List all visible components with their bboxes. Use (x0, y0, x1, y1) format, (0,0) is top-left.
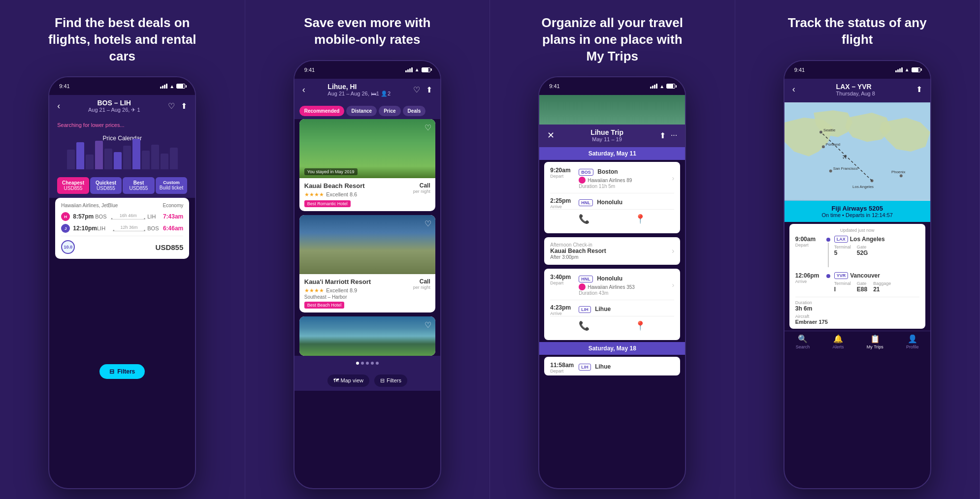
tab-price[interactable]: Price (379, 106, 400, 116)
call-icon-2[interactable]: 📞 (579, 320, 589, 331)
terminal-value: 5 (834, 250, 851, 256)
flight-card-1[interactable]: Hawaiian Airlines, JetBlue Economy H 8:5… (55, 198, 189, 259)
hotel-heart-2[interactable]: ♡ (425, 219, 431, 228)
nav-my-trips[interactable]: 📋 My Trips (867, 334, 883, 349)
hotel-checkin-card[interactable]: Afternoon Check-in Kauai Beach Resort Af… (544, 237, 680, 265)
arrive-terminal-value: I (834, 286, 851, 293)
s3-header: ✕ Lihue Trip May 11 – 19 ⬆ ··· (539, 125, 685, 147)
flight-1-depart-row: 9:20am Depart BOS Boston Hawaiian Airlin… (550, 167, 674, 189)
hotel-card-3[interactable]: ♡ (299, 316, 435, 356)
trip-flight-info-1: BOS Boston Hawaiian Airlines 89 Duration… (579, 167, 668, 189)
location-icon-1[interactable]: 📍 (635, 214, 646, 224)
cheapest-tab[interactable]: Cheapest USD855 (57, 177, 89, 194)
flight-map: Seattle Portland San Francisco Los Angel… (784, 102, 930, 201)
arrive-leg-info: YVR Vancouver Terminal I Gate E88 (834, 272, 891, 293)
hotel-2-details: Kaua'i Marriott Resort ★★★★ Excellent 8.… (304, 278, 371, 309)
panel-2-title: Save even more with mobile-only rates (289, 15, 446, 48)
more-icon-3[interactable]: ··· (671, 131, 677, 140)
depart-time-1: 8:57pm (73, 213, 95, 220)
flight-card-trip-1[interactable]: 9:20am Depart BOS Boston Hawaiian Airlin… (544, 162, 680, 233)
signal-bars-1 (160, 84, 167, 89)
share-icon-3[interactable]: ⬆ (659, 131, 666, 140)
hotel-2-info: Kaua'i Marriott Resort ★★★★ Excellent 8.… (299, 274, 435, 312)
status-bar-2: 9:41 ▲ (294, 61, 440, 79)
airline-logo-1: H (61, 212, 70, 221)
stayed-badge: You stayed in May 2019 (304, 168, 358, 175)
hotel-card-2[interactable]: ♡ Kaua'i Marriott Resort ★★★★ Excellent … (299, 215, 435, 312)
close-button-3[interactable]: ✕ (547, 130, 555, 141)
tab-recommended[interactable]: Recommended (299, 106, 345, 116)
best-price: USD855 (125, 186, 153, 191)
share-icon-1[interactable]: ⬆ (181, 101, 187, 111)
best-tab[interactable]: Best USD855 (123, 177, 155, 194)
updated-text: Updated just now (795, 228, 919, 233)
depart-time-trip-2: 3:40pm (550, 274, 575, 281)
trips-nav-label: My Trips (867, 344, 883, 349)
status-icons-4: ▲ (895, 67, 920, 72)
nav-alerts[interactable]: 🔔 Alerts (833, 334, 844, 349)
hotel-heart-3[interactable]: ♡ (425, 320, 431, 330)
bottom-area-1: ⊟ Filters (49, 263, 195, 488)
alerts-nav-icon: 🔔 (833, 334, 843, 343)
tab-deals[interactable]: Deals (403, 106, 426, 116)
arrive-city: Vancouver (850, 272, 880, 279)
hotel-card-1[interactable]: You stayed in May 2019 ♡ Kauai Beach Res… (299, 119, 435, 211)
svg-text:Seattle: Seattle (823, 127, 836, 132)
dots-indicator (356, 360, 379, 367)
hotel-2-name: Kaua'i Marriott Resort (304, 278, 371, 285)
hotel-1-name: Kauai Beach Resort (304, 182, 365, 189)
signal-bar-4 (166, 84, 167, 89)
share-icon-2[interactable]: ⬆ (426, 85, 432, 94)
hotel-2-price-block: Call per night (413, 278, 430, 290)
trips-nav-icon: 📋 (870, 334, 880, 343)
from-code-1: BOS (95, 214, 109, 219)
call-icon-1[interactable]: 📞 (579, 214, 589, 224)
chevron-1: › (672, 174, 675, 182)
flight-card-trip-2[interactable]: 3:40pm Depart HNL Honolulu Hawaiian Airl… (544, 269, 680, 340)
flight-date: Thursday, Aug 8 (836, 91, 875, 96)
quickest-tab[interactable]: Quickest USD855 (90, 177, 122, 194)
hotel-1-stars: ★★★★ (304, 191, 324, 197)
back-button-4[interactable]: ‹ (792, 84, 795, 94)
filters-label: Filters (117, 368, 135, 375)
back-button-2[interactable]: ‹ (302, 85, 305, 95)
nav-search[interactable]: 🔍 Search (796, 334, 810, 349)
arrive-gate-label: Gate (857, 281, 867, 286)
custom-tab[interactable]: Custom Build ticket (156, 177, 188, 194)
location-icon-2[interactable]: 📍 (635, 320, 646, 331)
duration-item: Duration 3h 6m (795, 300, 813, 312)
hotel-heart-1[interactable]: ♡ (425, 123, 431, 132)
depart-label-2: Depart (550, 281, 575, 285)
flight-card-trip-3[interactable]: 11:58am Depart LIH Lihue (544, 357, 680, 375)
dot-4 (371, 362, 374, 365)
depart-label-1: Depart (550, 174, 575, 179)
time-1: 9:41 (59, 83, 69, 89)
tab-distance[interactable]: Distance (346, 106, 377, 116)
svg-text:Portland: Portland (826, 142, 840, 147)
bottom-nav: 🔍 Search 🔔 Alerts 📋 My Trips 👤 Profile (784, 331, 930, 353)
profile-nav-icon: 👤 (908, 334, 917, 343)
depart-city: Los Angeles (850, 236, 885, 243)
favorite-icon-1[interactable]: ♡ (168, 101, 175, 111)
back-button-1[interactable]: ‹ (57, 101, 60, 111)
bar-chart (57, 145, 187, 169)
arrive-airport-badge: YVR (834, 272, 849, 279)
filters-button[interactable]: ⊟ Filters (99, 364, 145, 379)
flight-row-1: H 8:57pm BOS 16h 46m LIH 7:43am (61, 212, 183, 221)
signal-bar-2 (162, 86, 163, 89)
depart-label-3: Depart (550, 369, 575, 374)
nav-profile[interactable]: 👤 Profile (906, 334, 919, 349)
map-view-button[interactable]: 🗺 Map view (327, 374, 369, 387)
baggage-label: Baggage (873, 281, 891, 286)
arrive-time-block-2: 4:23pm Arrive (550, 304, 575, 316)
arrive-details: Terminal I Gate E88 Baggage 21 (834, 281, 891, 293)
signal-bar-1 (160, 87, 162, 89)
wifi-icon-4: ▲ (905, 67, 910, 72)
favorite-icon-2[interactable]: ♡ (413, 85, 420, 94)
share-icon-4[interactable]: ⬆ (916, 85, 922, 94)
phone-1: 9:41 ▲ ‹ BOS – LIH Aug 21 – Aug 26, (48, 76, 196, 489)
hotel-filters-button[interactable]: ⊟ Filters (374, 374, 407, 387)
svg-point-1 (819, 130, 822, 133)
signal-bar-3 (164, 85, 165, 89)
to-code-1: LIH (147, 214, 161, 219)
